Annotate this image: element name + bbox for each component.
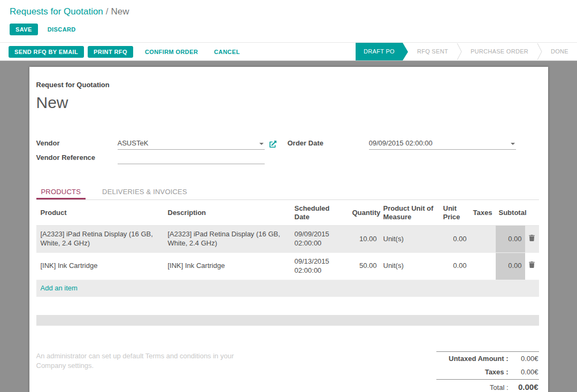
table-row[interactable]: [A2323] iPad Retina Display (16 GB, Whit…	[36, 226, 539, 253]
col-header-unit-price: Unit Price	[440, 200, 470, 226]
sheet-footer: Untaxed Amount : 0.00€ Taxes : 0.00€ Tot…	[36, 351, 539, 392]
col-header-taxes: Taxes	[470, 200, 496, 226]
col-header-delete	[525, 200, 539, 226]
col-header-uom: Product Unit of Measure	[380, 200, 440, 226]
breadcrumb-separator: /	[106, 6, 109, 17]
taxes-label: Taxes :	[485, 368, 509, 376]
order-date-input[interactable]	[369, 138, 516, 149]
print-rfq-button[interactable]: PRINT RFQ	[88, 46, 133, 58]
cell-description[interactable]: [INK] Ink Cartridge	[165, 252, 291, 280]
taxes-row: Taxes : 0.00€	[436, 365, 539, 379]
tab-products[interactable]: PRODUCTS	[36, 185, 86, 199]
caret-down-icon[interactable]	[511, 143, 515, 145]
breadcrumb: Requests for Quotation/New	[0, 0, 577, 17]
taxes-value: 0.00€	[514, 368, 538, 376]
statusbar: DRAFT PO RFQ SENT PURCHASE ORDER DONE	[356, 43, 577, 60]
form-left-column: Vendor Vendor Reference	[36, 135, 288, 164]
discard-button[interactable]: DISCARD	[48, 26, 76, 33]
form-right-column: Order Date	[288, 135, 539, 164]
vendor-reference-field	[118, 152, 265, 164]
order-date-field-row: Order Date	[288, 135, 539, 150]
col-header-product: Product	[36, 200, 165, 226]
trash-icon[interactable]	[525, 226, 539, 253]
cell-uom[interactable]: Unit(s)	[380, 226, 440, 253]
col-header-subtotal: Subtotal	[496, 200, 525, 226]
cell-uom[interactable]: Unit(s)	[380, 252, 440, 280]
statusbar-step-purchase-order[interactable]: PURCHASE ORDER	[462, 43, 537, 60]
add-an-item-link[interactable]: Add an item	[36, 280, 539, 296]
col-header-description: Description	[165, 200, 291, 226]
cell-description[interactable]: [A2323] iPad Retina Display (16 GB, Whit…	[165, 226, 291, 253]
sheet-subtitle: Request for Quotation	[36, 81, 539, 89]
vendor-field	[118, 138, 265, 150]
untaxed-amount-label: Untaxed Amount :	[449, 355, 508, 363]
vendor-reference-label: Vendor Reference	[36, 153, 118, 164]
tab-deliveries-invoices[interactable]: DELIVERIES & INVOICES	[97, 185, 192, 199]
cell-quantity[interactable]: 50.00	[349, 252, 380, 280]
cell-product[interactable]: [A2323] iPad Retina Display (16 GB, Whit…	[36, 226, 165, 253]
total-row: Total : 0.00€	[436, 379, 539, 392]
total-label: Total :	[490, 383, 509, 391]
trash-icon[interactable]	[525, 252, 539, 280]
cell-scheduled-date[interactable]: 09/13/2015 02:00:00	[291, 252, 349, 280]
statusbar-step-rfq-sent[interactable]: RFQ SENT	[409, 43, 457, 60]
total-value: 0.00€	[514, 382, 538, 391]
cell-taxes[interactable]	[470, 252, 496, 280]
confirm-order-button[interactable]: CONFIRM ORDER	[145, 49, 198, 55]
chevron-right-icon	[457, 43, 462, 60]
cell-unit-price[interactable]: 0.00	[440, 226, 470, 253]
add-item-row: Add an item	[36, 280, 539, 296]
col-header-quantity: Quantity	[349, 200, 380, 226]
cell-subtotal: 0.00	[496, 226, 525, 253]
cancel-button[interactable]: CANCEL	[214, 49, 240, 55]
record-actions: SAVE DISCARD	[0, 17, 577, 42]
form-sheet: Request for Quotation New Vendor Vendor …	[29, 67, 548, 392]
col-header-scheduled-date: Scheduled Date	[291, 200, 349, 226]
action-toolbar: SEND RFQ BY EMAIL PRINT RFQ CONFIRM ORDE…	[0, 42, 577, 61]
notebook-tabs: PRODUCTS DELIVERIES & INVOICES	[36, 185, 539, 200]
breadcrumb-current: New	[111, 6, 129, 17]
cell-taxes[interactable]	[470, 226, 496, 253]
order-lines-table: Product Description Scheduled Date Quant…	[36, 200, 539, 297]
section-separator-band	[36, 315, 539, 326]
caret-down-icon[interactable]	[259, 143, 264, 145]
statusbar-step-done[interactable]: DONE	[542, 43, 577, 60]
breadcrumb-root-link[interactable]: Requests for Quotation	[10, 6, 103, 17]
top-header: Requests for Quotation/New SAVE DISCARD	[0, 0, 577, 42]
untaxed-amount-value: 0.00€	[514, 355, 538, 363]
table-row[interactable]: [INK] Ink Cartridge [INK] Ink Cartridge …	[36, 252, 539, 280]
vendor-label: Vendor	[36, 139, 118, 150]
table-header-row: Product Description Scheduled Date Quant…	[36, 200, 539, 226]
order-date-label: Order Date	[288, 139, 369, 150]
cell-product[interactable]: [INK] Ink Cartridge	[36, 252, 165, 280]
chevron-right-icon	[537, 43, 542, 60]
cell-quantity[interactable]: 10.00	[349, 226, 380, 253]
vendor-reference-field-row: Vendor Reference	[36, 150, 288, 164]
save-button[interactable]: SAVE	[10, 24, 38, 35]
external-link-icon[interactable]	[270, 141, 276, 150]
record-title: New	[36, 94, 539, 112]
totals-panel: Untaxed Amount : 0.00€ Taxes : 0.00€ Tot…	[436, 351, 539, 392]
terms-and-conditions	[36, 351, 263, 392]
vendor-input[interactable]	[118, 138, 265, 149]
vendor-field-row: Vendor	[36, 135, 288, 150]
cell-unit-price[interactable]: 0.00	[440, 252, 470, 280]
send-rfq-by-email-button[interactable]: SEND RFQ BY EMAIL	[9, 46, 84, 58]
form-fields: Vendor Vendor Reference Order Date	[36, 135, 539, 164]
cell-scheduled-date[interactable]: 09/09/2015 02:00:00	[291, 226, 349, 253]
cell-subtotal: 0.00	[496, 252, 525, 280]
untaxed-amount-row: Untaxed Amount : 0.00€	[436, 351, 539, 365]
vendor-reference-input[interactable]	[118, 152, 265, 164]
order-date-field	[369, 138, 516, 150]
statusbar-step-draft-po[interactable]: DRAFT PO	[356, 43, 403, 60]
notes-textarea[interactable]	[36, 351, 263, 392]
